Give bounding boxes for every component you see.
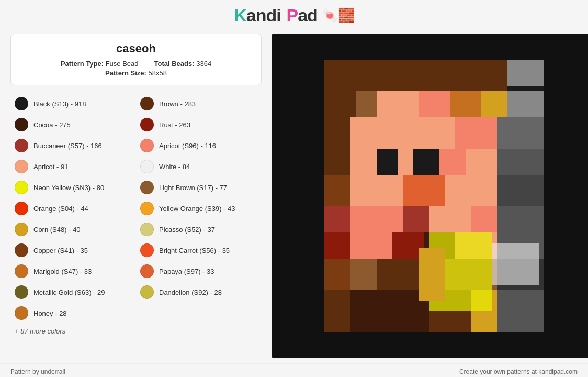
color-item: Rust - 263 [136,114,262,135]
svg-rect-37 [497,206,544,232]
logo-icons: 🍬🧱 [322,7,354,24]
logo-p: P [286,5,298,26]
svg-rect-8 [324,60,507,91]
svg-rect-16 [324,117,350,149]
color-item: Apricot (S96) - 116 [136,135,262,156]
color-swatch [15,160,28,173]
logo-space [282,7,286,24]
color-swatch [15,264,28,278]
color-swatch [15,139,28,152]
color-item: Copper (S41) - 35 [10,240,136,261]
logo: Kandi Pad 🍬🧱 [234,5,354,26]
pattern-size: Pattern Size: 58x58 [105,69,167,77]
svg-rect-14 [481,91,507,117]
svg-rect-3 [272,34,588,60]
color-item: Dandelion (S92) - 28 [136,282,262,303]
more-colors-label: + 87 more colors [10,324,262,339]
color-label: Dandelion (S92) - 28 [159,289,222,296]
svg-rect-35 [429,206,471,232]
color-item: Marigold (S47) - 33 [10,261,136,282]
logo-ad: ad [298,5,318,26]
svg-rect-28 [324,175,350,206]
color-swatch [140,97,154,110]
pixel-art-image [272,34,588,358]
color-label: Apricot (S96) - 116 [159,142,216,150]
logo-k: K [234,5,246,26]
color-swatch [15,97,28,110]
svg-rect-19 [497,117,544,149]
pattern-meta: Pattern Type: Fuse Bead Total Beads: 336… [21,60,251,68]
svg-rect-11 [377,91,419,117]
svg-rect-1 [272,34,324,358]
color-item: White - 84 [136,156,262,177]
svg-rect-34 [403,206,429,232]
pixel-canvas [272,34,588,358]
pattern-title: caseoh [21,42,251,56]
svg-rect-22 [377,149,398,175]
color-swatch [15,223,28,236]
info-box: caseoh Pattern Type: Fuse Bead Total Bea… [10,34,262,85]
logo-andi: andi [246,5,281,26]
svg-rect-18 [455,117,497,149]
color-swatch [140,264,154,278]
color-item: Black (S13) - 918 [10,93,136,114]
svg-rect-53 [419,248,445,301]
svg-rect-26 [466,149,497,175]
color-item: Orange (S04) - 44 [10,198,136,219]
svg-rect-4 [272,332,588,358]
footer: Pattern by underrail Create your own pat… [0,363,588,377]
svg-rect-54 [492,243,539,285]
svg-rect-44 [324,259,350,290]
svg-rect-51 [497,290,544,332]
color-swatch [140,160,154,173]
color-label: Marigold (S47) - 33 [33,268,92,275]
footer-credit: Pattern by underrail [10,368,65,375]
color-label: Black (S13) - 918 [33,100,86,108]
color-label: Honey - 28 [33,309,67,317]
color-label: Copper (S41) - 35 [33,247,88,254]
color-label: Corn (S48) - 40 [33,226,81,234]
svg-rect-38 [324,232,350,259]
color-label: Cocoa - 275 [33,121,71,129]
right-panel [272,34,588,358]
svg-rect-12 [419,91,450,117]
color-item: Cocoa - 275 [10,114,136,135]
svg-rect-32 [324,206,350,232]
color-item: Bright Carrot (S56) - 35 [136,240,262,261]
color-label: White - 84 [159,163,190,171]
color-swatch [140,181,154,194]
svg-rect-17 [350,117,455,149]
color-swatch [15,243,28,257]
pattern-size-row: Pattern Size: 58x58 [21,69,251,77]
left-panel: caseoh Pattern Type: Fuse Bead Total Bea… [10,34,262,358]
color-item: Brown - 283 [136,93,262,114]
svg-rect-10 [356,91,377,117]
color-item: Buccaneer (S57) - 166 [10,135,136,156]
svg-rect-13 [450,91,481,117]
svg-rect-21 [350,149,377,175]
svg-rect-2 [544,34,588,358]
color-swatch [15,181,28,194]
colors-grid: Black (S13) - 918Brown - 283Cocoa - 275R… [10,93,262,324]
color-swatch [15,202,28,215]
color-swatch [15,285,28,299]
svg-rect-30 [403,175,445,206]
svg-rect-23 [398,149,413,175]
header: Kandi Pad 🍬🧱 [0,0,588,28]
color-label: Bright Carrot (S56) - 35 [159,247,230,254]
color-item: Honey - 28 [10,303,136,324]
svg-rect-39 [350,232,392,259]
svg-rect-36 [471,206,497,232]
svg-rect-9 [324,91,356,117]
color-swatch [140,223,154,236]
color-swatch [140,285,154,299]
svg-rect-49 [350,290,429,332]
svg-rect-15 [507,91,544,117]
svg-rect-31 [497,175,544,206]
main-content: caseoh Pattern Type: Fuse Bead Total Bea… [0,28,588,363]
color-item: Yellow Orange (S39) - 43 [136,198,262,219]
color-swatch [140,139,154,152]
color-label: Buccaneer (S57) - 166 [33,142,102,150]
svg-rect-24 [413,149,439,175]
pattern-type: Pattern Type: Fuse Bead [61,60,139,68]
